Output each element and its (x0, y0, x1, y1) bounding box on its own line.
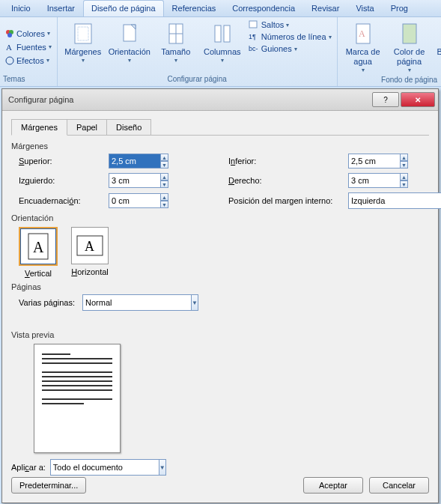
left-margin-input[interactable]: ▲▼ (109, 173, 168, 188)
svg-rect-12 (224, 25, 230, 42)
svg-text:A: A (85, 239, 94, 254)
pages-section-title: Páginas (11, 282, 429, 291)
breaks-icon (249, 20, 259, 29)
watermark-icon: A (351, 22, 375, 46)
columns-button[interactable]: Columnas▾ (200, 19, 245, 66)
dialog-titlebar: Configurar página ? ✕ (2, 89, 438, 111)
svg-rect-11 (215, 25, 221, 42)
ribbon-tabs: InicioInsertarDiseño de páginaReferencia… (0, 0, 441, 17)
themes-group-label: Temas (3, 75, 54, 85)
margins-icon (71, 22, 95, 46)
page-preview (34, 344, 121, 453)
ribbon-body: Colores▾ AFuentes▾ Efectos▾ Temas Márgen… (0, 17, 441, 87)
ribbon-tab-1[interactable]: Insertar (39, 0, 83, 16)
preview-section-title: Vista previa (11, 330, 429, 339)
columns-icon (210, 22, 234, 46)
label-bottom: Inferior: (228, 157, 348, 166)
ribbon-tab-3[interactable]: Referencias (164, 0, 225, 16)
fonts-button[interactable]: AFuentes▾ (3, 41, 54, 53)
effects-button[interactable]: Efectos▾ (3, 55, 52, 67)
help-button[interactable]: ? (372, 92, 399, 107)
hyphen-icon: bc- (249, 44, 259, 53)
top-margin-input[interactable]: ▲▼ (109, 154, 168, 168)
margins-section-title: Márgenes (11, 142, 429, 151)
watermark-button[interactable]: AMarca de agua▾ (341, 19, 386, 76)
dialog-tab-2[interactable]: Diseño (106, 119, 151, 135)
svg-text:1¶: 1¶ (249, 33, 256, 40)
linenumbers-button[interactable]: 1¶Números de línea▾ (246, 31, 334, 43)
ribbon-tab-2[interactable]: Diseño de página (83, 0, 164, 16)
close-button[interactable]: ✕ (401, 92, 435, 107)
orientation-portrait[interactable]: A Vertical (19, 227, 58, 278)
pagecolor-icon (398, 22, 422, 46)
orientation-button[interactable]: Orientación▾ (107, 19, 152, 66)
applyto-label: Aplicar a: (11, 463, 46, 472)
applyto-select[interactable]: ▼ (50, 459, 150, 476)
gutter-input[interactable]: ▲▼ (109, 193, 168, 208)
pagesetup-group-label: Configurar página (61, 75, 334, 85)
multipages-select[interactable]: ▼ (82, 294, 180, 311)
label-gutter: Encuadernación: (19, 196, 109, 205)
dialog-title: Configurar página (8, 95, 371, 104)
orientation-landscape[interactable]: A Horizontal (71, 227, 109, 278)
landscape-icon: A (76, 235, 103, 256)
themes-group: Colores▾ AFuentes▾ Efectos▾ Temas (0, 17, 58, 86)
pagebg-group: AMarca de agua▾ Color de página▾ Bordes … (338, 17, 441, 86)
ribbon-tab-0[interactable]: Inicio (3, 0, 39, 16)
bottom-margin-input[interactable]: ▲▼ (348, 154, 408, 168)
default-button[interactable]: Predeterminar... (11, 477, 86, 494)
svg-text:A: A (33, 239, 44, 255)
ribbon-tab-4[interactable]: Correspondencia (224, 0, 303, 16)
margins-button[interactable]: Márgenes▾ (61, 19, 106, 66)
dialog-tab-0[interactable]: Márgenes (11, 119, 67, 136)
ribbon-tab-5[interactable]: Revisar (303, 0, 347, 16)
fonts-icon: A (5, 43, 14, 52)
ribbon-tab-7[interactable]: Prog (383, 0, 416, 16)
landscape-label: Horizontal (71, 267, 109, 276)
label-right: Derecho: (228, 176, 348, 185)
label-gutterpos: Posición del margen interno: (228, 196, 348, 205)
orientation-icon (118, 22, 142, 46)
svg-rect-18 (403, 24, 416, 43)
portrait-label: Vertical (25, 269, 52, 278)
svg-point-4 (6, 57, 13, 64)
svg-text:A: A (6, 43, 12, 52)
ok-button[interactable]: Aceptar (303, 477, 363, 494)
pagecolor-button[interactable]: Color de página▾ (387, 19, 432, 76)
dialog-tab-1[interactable]: Papel (67, 119, 107, 135)
ribbon-tab-6[interactable]: Vista (347, 0, 382, 16)
pagebg-group-label: Fondo de página (341, 76, 441, 85)
linenumbers-icon: 1¶ (249, 32, 259, 41)
breaks-button[interactable]: Saltos▾ (246, 19, 334, 31)
right-margin-input[interactable]: ▲▼ (348, 173, 408, 188)
label-left: Izquierdo: (19, 176, 109, 185)
hyphenation-button[interactable]: bc-Guiones▾ (246, 43, 334, 55)
cancel-button[interactable]: Cancelar (369, 477, 429, 494)
label-top: Superior: (19, 157, 109, 166)
svg-point-2 (7, 33, 12, 37)
portrait-icon: A (28, 233, 49, 260)
colors-button[interactable]: Colores▾ (3, 28, 52, 40)
svg-text:bc-: bc- (249, 45, 258, 52)
page-setup-dialog: Configurar página ? ✕ MárgenesPapelDiseñ… (1, 88, 439, 503)
pagesetup-group: Márgenes▾ Orientación▾ Tamaño▾ Columnas▾… (58, 17, 338, 86)
size-button[interactable]: Tamaño▾ (153, 19, 198, 66)
svg-text:A: A (359, 28, 365, 39)
size-icon (164, 22, 188, 46)
pageborders-button[interactable]: Bordes de página (434, 19, 441, 68)
orientation-section-title: Orientación (11, 213, 429, 222)
gutterpos-select[interactable]: ▼ (348, 192, 420, 209)
dialog-tabs: MárgenesPapelDiseño (11, 119, 429, 136)
effects-icon (5, 56, 14, 65)
colors-icon (5, 29, 14, 38)
svg-rect-13 (249, 21, 257, 28)
multipages-label: Varias páginas: (19, 298, 75, 307)
